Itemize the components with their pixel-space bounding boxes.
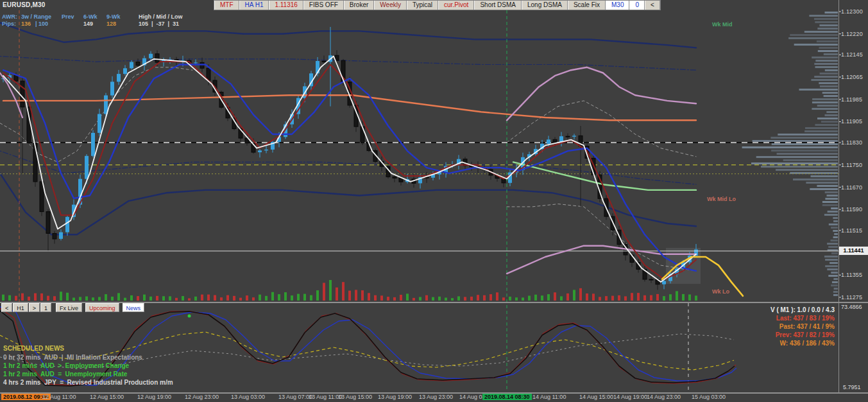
volume-profile-bar [810,188,838,190]
candle-body [155,54,159,62]
volume-bar [85,297,88,301]
volume-bar [663,296,665,301]
volume-bar [669,294,672,301]
volume-bar [509,297,511,301]
volume-bar [28,297,30,301]
volume-bar [40,293,43,301]
price-chart-canvas[interactable] [0,0,868,402]
gray-dash-upper [507,101,696,157]
volume-profile-bar [825,69,838,71]
volume-bar [451,298,454,301]
volume-profile-bar [794,44,838,46]
indicator-scale-top: 73.4866 [841,304,862,310]
volume-bar [175,298,178,301]
volume-bar [156,296,158,301]
volume-profile-bar [824,214,838,216]
candle-body [649,279,653,280]
volume-bar [547,294,550,301]
indicator-toolbar-button-upcoming[interactable]: Upcoming [85,303,119,312]
volume-bar [592,293,595,301]
volume-profile-bar [831,272,838,274]
awr-text: | 100 [35,21,48,27]
toolbar-button-long-dsma[interactable]: Long DSMA [522,1,568,10]
volume-profile-bar [817,28,838,30]
candle-body [130,62,133,69]
volume-profile-bar [771,150,838,152]
indicator-toolbar-button-news[interactable]: News [123,303,145,312]
time-label: 15 Aug 03:00 [692,394,726,400]
volume-profile-bar [822,201,838,203]
volume-bar [259,295,261,301]
volume-profile-bar [812,108,838,110]
indicator-toolbar-button-1[interactable]: 1 [40,303,51,312]
volume-bar [214,295,216,301]
time-label: 14 Aug 11:00 [532,394,566,400]
volume-profile-bar [824,256,838,258]
volume-profile-bar [833,230,838,232]
volume-bar [246,295,248,301]
time-label: 13 Aug 15:00 [338,394,372,400]
indicator-toolbar-button--[interactable]: < [1,303,12,312]
volume-bar [316,290,319,301]
awr-text: 149 [83,21,93,27]
volume-bar [143,295,146,301]
indicator-toolbar-button-h1[interactable]: H1 [13,303,28,312]
toolbar-button-1-11316[interactable]: 1.11316 [269,1,303,10]
awr-text: Prev [62,13,74,20]
awr-text: 9-Wk [106,13,121,20]
time-label: 12 Aug 11:00 [42,394,76,400]
volume-bar [162,296,165,301]
volume-bar [252,297,255,301]
toolbar-button-m30[interactable]: M30 [606,1,629,10]
toolbar-button--[interactable]: < [645,1,660,10]
toolbar-button-mtf[interactable]: MTF [214,1,239,10]
volume-profile-bar [777,153,838,155]
navy-lower-band [0,173,696,235]
volume-profile-bar [812,101,838,103]
volume-profile-bar [814,63,838,65]
metatrader-chart-window: EURUSD,M30 AWR:3w / RangePrev6-Wk9-WkHig… [0,0,868,402]
price-axis-tick: 1.11905 [841,118,862,125]
candle-body [572,135,576,136]
volume-profile-bar [811,79,838,81]
volume-bar [413,298,415,301]
toolbar-button-broker[interactable]: Broker [344,1,374,10]
indicator-toolbar-button--[interactable]: > [29,303,40,312]
price-axis-tick: 1.12145 [841,51,863,58]
volume-bar [53,296,56,301]
volume-profile-bar [756,156,838,158]
volume-profile-bar [825,12,838,13]
volume-bar [656,294,659,301]
volume-bar [149,297,152,301]
volume-profile-bar [831,240,838,241]
volume-profile-bar [804,31,838,33]
toolbar-button-fibs-off[interactable]: FIBS OFF [303,1,344,10]
volume-bar [329,280,332,301]
toolbar-button-typical[interactable]: Typical [407,1,438,10]
volume-bar [278,294,280,301]
volume-profile-bar [833,294,838,296]
volume-stat-line: Prev: 437 / 82 / 19% [770,331,835,339]
toolbar-button-cur-pivot[interactable]: cur.Pivot [438,1,474,10]
volume-bar [194,297,197,301]
volume-bar [47,296,49,301]
volume-profile-bar [815,21,838,23]
awr-info-panel: AWR:3w / RangePrev6-Wk9-WkHigh / Mid / L… [2,13,233,29]
indicator-toolbar-button-fx-live[interactable]: Fx Live [56,303,82,312]
volume-profile-bar [812,57,838,58]
toolbar-button-ha-h1[interactable]: HA H1 [239,1,269,10]
volume-bar [291,295,293,301]
toolbar-button-weekly[interactable]: Weekly [374,1,407,10]
volume-bar [650,295,652,301]
volume-profile-bar [828,211,838,213]
candle-body [65,217,69,232]
time-label: 12 Aug 15:00 [90,394,124,400]
volume-bar [502,297,505,301]
volume-bar [489,294,492,301]
volume-profile-bar [827,195,838,197]
volume-profile-bar [825,191,838,193]
toolbar-button-short-dsma[interactable]: Short DSMA [474,1,522,10]
toolbar-button-0[interactable]: 0 [629,1,645,10]
volume-bar [265,296,268,301]
toolbar-button-scale-fix[interactable]: Scale Fix [568,1,606,10]
